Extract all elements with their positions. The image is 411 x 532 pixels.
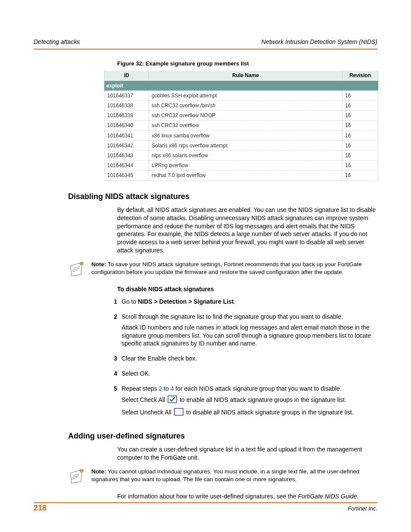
procedure-heading: To disable NIDS attack signatures [117, 285, 377, 293]
table-cell-id: 101646344 [105, 161, 149, 171]
table-row: 101646341x86 linux samba overflow16 [105, 131, 378, 140]
table-row: 101646338ssh CRC32 overflow /bin/sh16 [105, 101, 378, 111]
table-cell-rev: 16 [342, 90, 378, 100]
table-cell-rule: gobbles SSH exploit attempt [149, 90, 342, 100]
note-body: You cannot upload individual signatures.… [91, 468, 359, 482]
table-row: 101646337gobbles SSH exploit attempt16 [105, 90, 378, 100]
table-cell-rev: 16 [342, 131, 378, 140]
table-row: 101646344LPRng overflow16 [105, 161, 378, 171]
check-all-icon [168, 395, 177, 405]
table-cell-rev: 16 [342, 111, 378, 121]
step5-uncheckall-pre: Select Uncheck All [121, 409, 173, 416]
table-cell-rule: LPRng overflow [149, 161, 342, 171]
table-cell-rule: ssh CRC32 overflow [149, 121, 342, 131]
para-disabling-intro: By default, all NIDS attack signatures a… [117, 206, 377, 255]
step-body: Clear the Enable check box. [121, 355, 377, 365]
note-text-2: Note: You cannot upload individual signa… [91, 468, 377, 483]
figure-caption: Figure 32: Example signature group membe… [117, 60, 377, 68]
note-icon [68, 261, 85, 279]
step1-post: . [234, 298, 236, 305]
col-revision: Revision [342, 71, 378, 81]
heading-disabling: Disabling NIDS attack signatures [68, 191, 377, 202]
table-group-title: exploit [105, 81, 378, 90]
footer: 218 Fortinet Inc. [34, 503, 377, 513]
table-header-row: ID Rule Name Revision [105, 71, 378, 81]
step-num: 2 [104, 313, 121, 351]
col-rule-name: Rule Name [149, 71, 342, 81]
running-head: Detecting attacks Network Intrusion Dete… [34, 38, 377, 46]
table-cell-rev: 16 [342, 121, 378, 131]
step1-pre: Go to [121, 298, 138, 305]
table-cell-id: 101646339 [105, 111, 149, 121]
step5-checkall-post: to enable all NIDS attack signature grou… [180, 396, 346, 403]
table-cell-rev: 16 [342, 101, 378, 111]
table-row: 101646339ssh CRC32 overflow NOOP16 [105, 111, 378, 121]
table-cell-rule: nlps x86 solaris overflow [149, 150, 342, 160]
step4-text: Select OK. [121, 370, 377, 378]
table-cell-id: 101646337 [105, 90, 149, 100]
note-label: Note: [91, 468, 106, 475]
step-1: 1 Go to NIDS > Detection > Signature Lis… [104, 298, 377, 308]
note-block-1: Note: To save your NIDS attack signature… [68, 261, 377, 279]
page-number: 218 [34, 503, 47, 513]
table-cell-rule: Solaris x86 nlps overflow attempt [149, 140, 342, 150]
header-rule [34, 49, 377, 50]
note-block-2: Note: You cannot upload individual signa… [68, 468, 377, 486]
step-body: Go to NIDS > Detection > Signature List. [121, 298, 377, 308]
para2-ital: FortiGate NIDS Guide [298, 493, 357, 500]
table-cell-rule: ssh CRC32 overflow /bin/sh [149, 101, 342, 111]
table-cell-id: 101646340 [105, 121, 149, 131]
table-cell-rule: x86 linux samba overflow [149, 131, 342, 140]
col-id: ID [105, 71, 149, 81]
step5-mid: to [162, 385, 170, 392]
svg-rect-1 [174, 408, 183, 415]
step-body: Repeat steps 2 to 4 for each NIDS attack… [121, 385, 377, 420]
step-num: 4 [104, 370, 121, 380]
table-group-row: exploit [105, 81, 378, 90]
step-3: 3 Clear the Enable check box. [104, 355, 377, 365]
step-4: 4 Select OK. [104, 370, 377, 380]
table-row: 101646343nlps x86 solaris overflow16 [105, 150, 378, 160]
page: Detecting attacks Network Intrusion Dete… [0, 0, 411, 532]
step5-pre: Repeat steps [121, 385, 159, 392]
step2-line1: Scroll through the signature list to fin… [121, 313, 377, 321]
uncheck-all-icon [174, 408, 184, 418]
table-row: 101646345redhat 7.0 lprd overflow16 [105, 171, 378, 180]
table-cell-rev: 16 [342, 161, 378, 171]
step-num: 3 [104, 355, 121, 365]
table-cell-rule: redhat 7.0 lprd overflow [149, 171, 342, 180]
step-num: 5 [104, 385, 121, 420]
table-cell-rule: ssh CRC32 overflow NOOP [149, 111, 342, 121]
signature-table: exploit ID Rule Name Revision 101646337g… [104, 71, 378, 180]
step2-line2: Attack ID numbers and rule names in atta… [121, 324, 377, 348]
step1-path: NIDS > Detection > Signature List [138, 298, 234, 305]
para-adding-intro: You can create a user-defined signature … [117, 445, 377, 462]
table-cell-rev: 16 [342, 150, 378, 160]
note-icon [68, 469, 85, 486]
table-row: 101646340ssh CRC32 overflow16 [105, 121, 378, 131]
footer-company: Fortinet Inc. [348, 505, 377, 513]
step5-post: for each NIDS attack signature group tha… [174, 385, 341, 392]
note-label: Note: [91, 261, 106, 268]
step3-text: Clear the Enable check box. [121, 355, 377, 363]
step-num: 1 [104, 298, 121, 308]
para2-pre: For information about how to write user-… [117, 493, 298, 500]
step-body: Scroll through the signature list to fin… [121, 313, 377, 351]
step-5: 5 Repeat steps 2 to 4 for each NIDS atta… [104, 385, 377, 420]
para-adding-ref: For information about how to write user-… [117, 492, 377, 501]
para2-post: . [357, 493, 358, 500]
step5-checkall-pre: Select Check All [121, 396, 167, 403]
table-cell-id: 101646338 [105, 101, 149, 111]
step-body: Select OK. [121, 370, 377, 380]
step5-uncheckall-post: to disable all NIDS attack signature gro… [186, 409, 354, 416]
table-cell-rev: 16 [342, 140, 378, 150]
running-head-left: Detecting attacks [34, 38, 80, 46]
note-body: To save your NIDS attack signature setti… [91, 261, 362, 275]
step-2: 2 Scroll through the signature list to f… [104, 313, 377, 351]
table-cell-id: 101646342 [105, 140, 149, 150]
table-cell-rev: 16 [342, 171, 378, 180]
table-cell-id: 101646345 [105, 171, 149, 180]
heading-adding: Adding user-defined signatures [68, 431, 377, 441]
table-row: 101646342Solaris x86 nlps overflow attem… [105, 140, 378, 150]
running-head-right: Network Intrusion Detection System (NIDS… [262, 38, 377, 46]
